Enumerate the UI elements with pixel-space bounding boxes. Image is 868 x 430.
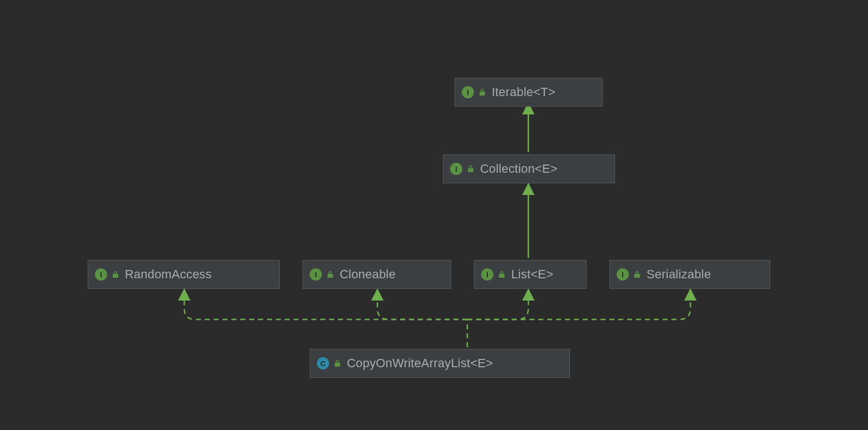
lock-icon [498, 271, 506, 278]
node-list[interactable]: I List<E> [474, 260, 587, 289]
node-serializable[interactable]: I Serializable [609, 260, 770, 289]
interface-icon: I [310, 268, 322, 281]
interface-icon: I [95, 268, 107, 281]
node-iterable[interactable]: I Iterable<T> [455, 78, 603, 107]
node-label: List<E> [511, 267, 553, 282]
lock-icon [334, 359, 341, 367]
node-copyonwritearraylist[interactable]: C CopyOnWriteArrayList<E> [310, 349, 570, 378]
node-randomaccess[interactable]: I RandomAccess [88, 260, 280, 289]
node-label: Collection<E> [480, 162, 558, 176]
diagram-canvas: I Iterable<T> I Collection<E> I RandomAc… [0, 0, 868, 430]
node-label: RandomAccess [125, 267, 211, 282]
interface-icon: I [450, 163, 462, 175]
lock-icon [112, 271, 119, 278]
lock-icon [478, 88, 486, 96]
edge-cowal-cloneable [377, 294, 467, 319]
node-cloneable[interactable]: I Cloneable [302, 260, 451, 289]
node-label: CopyOnWriteArrayList<E> [347, 356, 493, 371]
node-label: Cloneable [340, 267, 396, 282]
node-label: Iterable<T> [492, 85, 556, 99]
edge-cowal-list [467, 294, 528, 319]
interface-icon: I [617, 268, 629, 281]
class-icon: C [317, 357, 329, 369]
edge-cowal-randomaccess [184, 294, 467, 319]
lock-icon [633, 271, 641, 278]
interface-icon: I [481, 268, 493, 281]
edge-cowal-serializable [467, 294, 690, 319]
node-collection[interactable]: I Collection<E> [443, 154, 615, 183]
node-label: Serializable [647, 267, 711, 282]
lock-icon [467, 165, 475, 173]
lock-icon [326, 271, 334, 278]
interface-icon: I [462, 86, 474, 98]
